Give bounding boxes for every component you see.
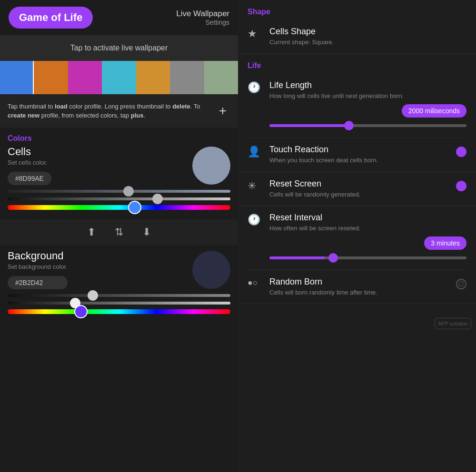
activate-bar[interactable]: Tap to activate live wallpaper	[0, 35, 238, 61]
cells-color-preview	[192, 147, 230, 185]
touch-reaction-item: 👤 Touch Reaction When you touch screen d…	[238, 138, 476, 172]
random-born-content: Random Born Cells will born randomly tim…	[269, 277, 448, 297]
random-born-desc: Cells will born randomly time after time…	[269, 288, 448, 297]
header-subtitle: Settings	[176, 19, 229, 26]
arrow-row: ⬆ ⇅ ⬇	[0, 219, 238, 245]
cells-hue-thumb[interactable]	[128, 201, 141, 214]
bg-hue-thumb[interactable]	[74, 305, 88, 318]
random-born-title: Random Born	[269, 277, 448, 287]
header: Game of Life Live Wallpaper Settings	[0, 0, 238, 35]
arrow-updown-button[interactable]: ⇅	[115, 226, 123, 238]
touch-reaction-toggle[interactable]	[456, 147, 466, 157]
header-title: Live Wallpaper	[176, 9, 229, 19]
reset-screen-title: Reset Screen	[269, 179, 448, 189]
clock-icon: 🕐	[248, 81, 262, 94]
shape-section-label: Shape	[238, 0, 476, 20]
background-color-row: Background Set background color. #2B2D42	[8, 250, 230, 289]
touch-reaction-content: Touch Reaction When you touch screen dea…	[269, 145, 448, 165]
cells-title: Cells	[8, 146, 51, 158]
cells-shape-desc: Current shape: Square.	[269, 38, 466, 47]
app-logo[interactable]: Game of Life	[9, 7, 93, 29]
cells-r-slider-container	[8, 190, 230, 193]
header-right: Live Wallpaper Settings	[176, 9, 229, 26]
swatch-7[interactable]	[204, 61, 238, 94]
touch-reaction-control	[456, 145, 466, 157]
cells-hex[interactable]: #8D99AE	[8, 172, 51, 185]
random-born-control: ∅	[456, 277, 466, 289]
random-born-toggle[interactable]: ∅	[456, 279, 466, 289]
cells-hue-slider[interactable]	[8, 205, 230, 210]
life-length-content: Life Length How long will cells live unt…	[269, 80, 466, 131]
sparkle-icon: ✳	[248, 180, 262, 192]
profile-hint-text: Tap thumbnail to load color profile. Lon…	[8, 102, 215, 120]
arrow-up-button[interactable]: ⬆	[87, 226, 96, 238]
right-panel-wrapper: Shape ★ Cells Shape Current shape: Squar…	[238, 0, 476, 472]
cells-color-row: Cells Set cells color. #8D99AE	[8, 146, 230, 185]
swatch-1[interactable]	[0, 61, 34, 94]
reset-interval-title: Reset Interval	[269, 213, 466, 223]
left-panel: Game of Life Live Wallpaper Settings Tap…	[0, 0, 238, 472]
background-subtitle: Set background color.	[8, 263, 68, 270]
background-section: Background Set background color. #2B2D42	[0, 245, 238, 324]
cells-r-slider[interactable]	[8, 190, 230, 193]
bg-hue-slider-container	[8, 309, 230, 314]
bg-r-slider[interactable]	[8, 294, 230, 297]
reset-interval-slider-section	[269, 253, 466, 263]
reset-screen-item: ✳ Reset Screen Cells will be randomly ge…	[238, 172, 476, 206]
plus-button[interactable]: +	[215, 101, 230, 121]
history-icon: 🕐	[248, 214, 262, 226]
swatch-3[interactable]	[68, 61, 102, 94]
cells-hue-slider-container	[8, 205, 230, 210]
reset-interval-content: Reset Interval How often will be screen …	[269, 213, 466, 263]
life-length-slider-section	[269, 120, 466, 131]
cells-subtitle: Set cells color.	[8, 159, 51, 166]
reset-screen-content: Reset Screen Cells will be randomly gene…	[269, 179, 448, 199]
life-length-item: 🕐 Life Length How long will cells live u…	[238, 74, 476, 138]
bg-r-slider-container	[8, 294, 230, 297]
cells-r-thumb[interactable]	[123, 186, 134, 197]
reset-interval-desc: How often will be screen reseted.	[269, 224, 466, 233]
touch-reaction-desc: When you touch screen deat cells born.	[269, 156, 448, 165]
swatch-2[interactable]	[34, 61, 68, 94]
person-icon: 👤	[248, 146, 262, 158]
reset-interval-thumb[interactable]	[328, 253, 338, 263]
swatch-4[interactable]	[102, 61, 136, 94]
reset-interval-item: 🕐 Reset Interval How often will be scree…	[238, 206, 476, 270]
star-icon: ★	[248, 28, 262, 40]
touch-reaction-title: Touch Reaction	[269, 145, 448, 155]
reset-screen-desc: Cells will be randomly generated.	[269, 190, 448, 199]
cells-shape-content: Cells Shape Current shape: Square.	[269, 27, 466, 47]
watermark: APP solution	[435, 318, 471, 329]
reset-screen-control	[456, 179, 466, 191]
right-panel: Shape ★ Cells Shape Current shape: Squar…	[238, 0, 476, 472]
life-length-badge: 2000 miliseconds	[402, 104, 466, 118]
bg-hue-slider[interactable]	[8, 309, 230, 314]
cells-g-slider[interactable]	[8, 197, 230, 200]
bg-g-slider[interactable]	[8, 302, 230, 305]
background-color-preview	[192, 251, 230, 289]
life-section-label: Life	[238, 54, 476, 74]
background-hex[interactable]: #2B2D42	[8, 276, 68, 289]
random-born-item: ●○ Random Born Cells will born randomly …	[238, 270, 476, 304]
cells-g-thumb[interactable]	[152, 194, 163, 204]
cells-color-section: Cells Set cells color. #8D99AE	[0, 146, 238, 219]
random-icon: ●○	[248, 278, 262, 288]
color-swatches	[0, 61, 238, 94]
cells-g-slider-container	[8, 197, 230, 200]
cells-shape-title: Cells Shape	[269, 27, 466, 37]
swatch-6[interactable]	[170, 61, 204, 94]
profile-hint-row: Tap thumbnail to load color profile. Lon…	[0, 94, 238, 128]
bg-r-thumb[interactable]	[88, 290, 98, 301]
life-length-desc: How long will cells live until next gene…	[269, 92, 466, 100]
life-length-slider[interactable]	[269, 124, 466, 127]
bg-g-slider-container	[8, 302, 230, 305]
reset-screen-toggle[interactable]	[456, 181, 466, 191]
arrow-down-button[interactable]: ⬇	[142, 226, 151, 238]
life-length-thumb[interactable]	[344, 121, 354, 130]
swatch-5[interactable]	[136, 61, 170, 94]
cells-shape-item: ★ Cells Shape Current shape: Square.	[238, 20, 476, 54]
reset-interval-slider[interactable]	[269, 256, 466, 259]
background-title: Background	[8, 250, 68, 262]
colors-section-label: Colors	[0, 128, 238, 146]
reset-interval-badge: 3 minutes	[424, 236, 466, 250]
